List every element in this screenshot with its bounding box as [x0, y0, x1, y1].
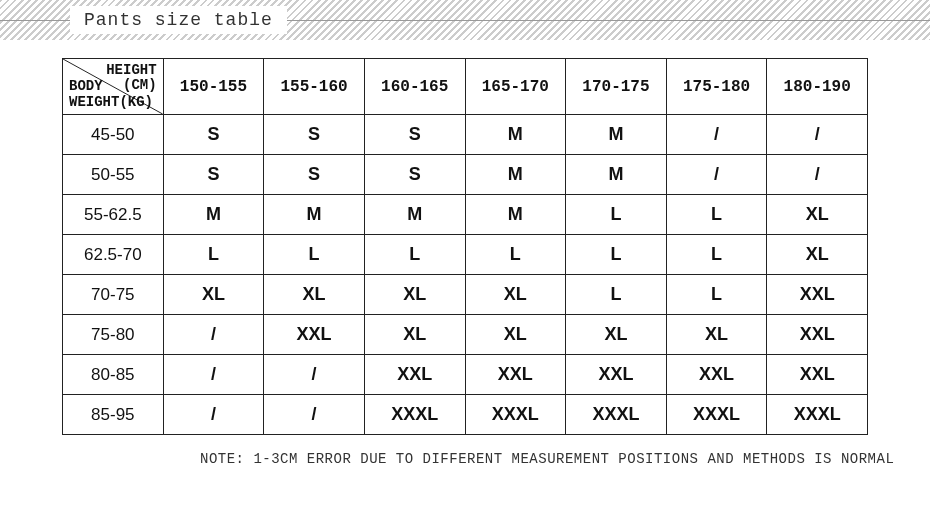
size-cell: XXL [264, 315, 365, 355]
corner-bot-1: BODY [69, 78, 103, 94]
size-cell: / [163, 395, 264, 435]
size-cell: XL [666, 315, 767, 355]
size-cell: XL [264, 275, 365, 315]
size-cell: L [566, 195, 667, 235]
table-row: 85-95 / / XXXL XXXL XXXL XXXL XXXL [63, 395, 868, 435]
row-label: 50-55 [63, 155, 164, 195]
size-cell: XL [364, 275, 465, 315]
size-cell: L [163, 235, 264, 275]
size-cell: / [666, 115, 767, 155]
size-cell: XXL [465, 355, 566, 395]
size-cell: M [566, 155, 667, 195]
table-row: 70-75 XL XL XL XL L L XXL [63, 275, 868, 315]
table-row: 80-85 / / XXL XXL XXL XXL XXL [63, 355, 868, 395]
size-cell: L [264, 235, 365, 275]
size-cell: L [666, 235, 767, 275]
col-header: 165-170 [465, 59, 566, 115]
size-cell: XL [163, 275, 264, 315]
size-cell: S [364, 155, 465, 195]
size-cell: S [163, 155, 264, 195]
size-cell: XXXL [767, 395, 868, 435]
size-cell: L [566, 235, 667, 275]
row-label: 80-85 [63, 355, 164, 395]
size-cell: S [364, 115, 465, 155]
footnote: NOTE: 1-3CM ERROR DUE TO DIFFERENT MEASU… [0, 441, 930, 467]
size-cell: M [163, 195, 264, 235]
size-cell: L [666, 275, 767, 315]
table-body: 45-50 S S S M M / / 50-55 S S S M M / / … [63, 115, 868, 435]
size-cell: XXXL [566, 395, 667, 435]
size-cell: / [666, 155, 767, 195]
size-cell: L [666, 195, 767, 235]
size-cell: XXL [666, 355, 767, 395]
size-cell: L [364, 235, 465, 275]
corner-header: HEIGHT (CM) BODY WEIGHT(KG) [63, 59, 164, 115]
size-cell: XXXL [364, 395, 465, 435]
size-cell: M [566, 115, 667, 155]
size-cell: XXXL [465, 395, 566, 435]
size-cell: M [465, 155, 566, 195]
size-cell: L [465, 235, 566, 275]
table-row: 55-62.5 M M M M L L XL [63, 195, 868, 235]
row-label: 75-80 [63, 315, 164, 355]
row-label: 62.5-70 [63, 235, 164, 275]
corner-bot-2: WEIGHT(KG) [69, 94, 153, 110]
table-row: 62.5-70 L L L L L L XL [63, 235, 868, 275]
size-cell: S [264, 155, 365, 195]
row-label: 85-95 [63, 395, 164, 435]
size-cell: M [364, 195, 465, 235]
size-cell: XXL [767, 315, 868, 355]
table-row: 50-55 S S S M M / / [63, 155, 868, 195]
size-cell: XL [767, 235, 868, 275]
size-cell: M [465, 195, 566, 235]
col-header: 155-160 [264, 59, 365, 115]
row-label: 45-50 [63, 115, 164, 155]
size-table-container: HEIGHT (CM) BODY WEIGHT(KG) 150-155 155-… [0, 40, 930, 441]
size-cell: XL [465, 315, 566, 355]
header-stripe: Pants size table [0, 0, 930, 40]
size-cell: / [264, 395, 365, 435]
corner-top-1: HEIGHT [106, 62, 156, 78]
size-cell: XXL [767, 275, 868, 315]
size-cell: S [264, 115, 365, 155]
size-cell: / [264, 355, 365, 395]
table-row: 45-50 S S S M M / / [63, 115, 868, 155]
table-row: 75-80 / XXL XL XL XL XL XXL [63, 315, 868, 355]
size-cell: M [264, 195, 365, 235]
page-title: Pants size table [70, 6, 287, 34]
size-cell: S [163, 115, 264, 155]
size-cell: XL [767, 195, 868, 235]
size-table: HEIGHT (CM) BODY WEIGHT(KG) 150-155 155-… [62, 58, 868, 435]
col-header: 170-175 [566, 59, 667, 115]
row-label: 55-62.5 [63, 195, 164, 235]
size-cell: / [163, 315, 264, 355]
col-header: 180-190 [767, 59, 868, 115]
size-cell: XL [364, 315, 465, 355]
size-cell: XXL [566, 355, 667, 395]
row-label: 70-75 [63, 275, 164, 315]
col-header: 160-165 [364, 59, 465, 115]
size-cell: XXL [364, 355, 465, 395]
table-header-row: HEIGHT (CM) BODY WEIGHT(KG) 150-155 155-… [63, 59, 868, 115]
col-header: 175-180 [666, 59, 767, 115]
size-cell: XXXL [666, 395, 767, 435]
size-cell: / [767, 155, 868, 195]
col-header: 150-155 [163, 59, 264, 115]
size-cell: / [163, 355, 264, 395]
size-cell: XL [566, 315, 667, 355]
size-cell: XXL [767, 355, 868, 395]
size-cell: / [767, 115, 868, 155]
size-cell: L [566, 275, 667, 315]
size-cell: XL [465, 275, 566, 315]
size-cell: M [465, 115, 566, 155]
